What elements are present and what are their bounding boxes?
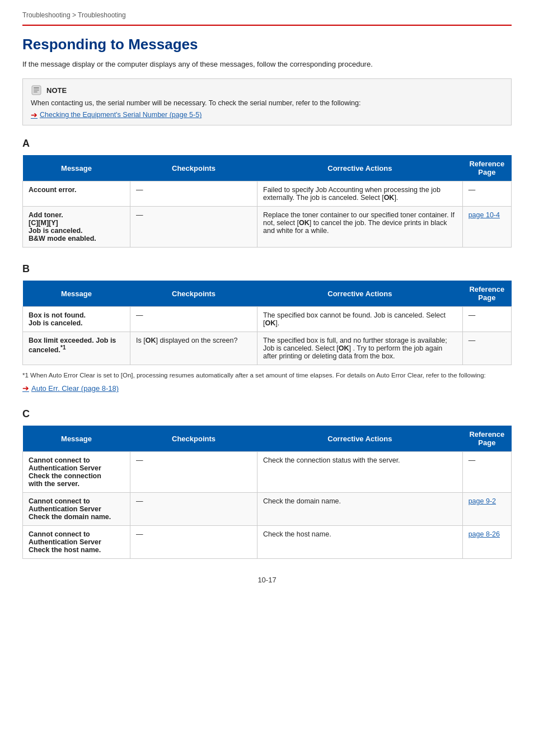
actions-cell: Check the domain name.: [257, 493, 463, 526]
table-row: Add toner.[C][M][Y]Job is canceled.B&W m…: [23, 207, 512, 248]
col-header-ref-c: Reference Page: [462, 426, 511, 452]
footnote-b: *1 When Auto Error Clear is set to [On],…: [22, 371, 512, 380]
svg-rect-2: [34, 90, 39, 91]
reference-cell[interactable]: page 8-26: [462, 526, 511, 559]
table-row: Cannot connect toAuthentication ServerCh…: [23, 526, 512, 559]
table-row: Cannot connect toAuthentication ServerCh…: [23, 452, 512, 493]
intro-text: If the message display or the computer d…: [22, 60, 512, 68]
col-header-actions-b: Corrective Actions: [257, 281, 463, 307]
section-b-letter: B: [22, 263, 512, 275]
message-cell: Add toner.[C][M][Y]Job is canceled.B&W m…: [23, 207, 130, 248]
message-cell: Cannot connect toAuthentication ServerCh…: [23, 452, 130, 493]
ref-link[interactable]: page 10-4: [469, 211, 500, 219]
checkpoints-cell: —: [130, 493, 257, 526]
note-icon: [31, 85, 42, 96]
note-box: NOTE When contacting us, the serial numb…: [22, 78, 512, 125]
page-number: 10-17: [22, 576, 512, 584]
section-b-table: Message Checkpoints Corrective Actions R…: [22, 281, 512, 365]
ref-link[interactable]: page 8-26: [469, 530, 500, 538]
col-header-ref-b: Reference Page: [462, 281, 511, 307]
table-row: Box is not found.Job is canceled. — The …: [23, 307, 512, 332]
section-c-table: Message Checkpoints Corrective Actions R…: [22, 426, 512, 559]
col-header-checkpoints-a: Checkpoints: [130, 155, 257, 181]
checkpoints-cell: —: [130, 452, 257, 493]
col-header-checkpoints-b: Checkpoints: [130, 281, 257, 307]
col-header-ref-a: Reference Page: [462, 155, 511, 181]
actions-cell: The specified box cannot be found. Job i…: [257, 307, 463, 332]
section-c-letter: C: [22, 408, 512, 420]
reference-cell[interactable]: page 9-2: [462, 493, 511, 526]
reference-cell[interactable]: page 10-4: [462, 207, 511, 248]
table-row: Cannot connect toAuthentication ServerCh…: [23, 493, 512, 526]
section-b: B Message Checkpoints Corrective Actions…: [22, 263, 512, 393]
col-header-checkpoints-c: Checkpoints: [130, 426, 257, 452]
note-label: NOTE: [46, 86, 67, 95]
reference-cell: —: [462, 307, 511, 332]
col-header-message-a: Message: [23, 155, 130, 181]
actions-cell: Check the host name.: [257, 526, 463, 559]
footnote-link-b[interactable]: ➔ Auto Err. Clear (page 8-18): [22, 384, 512, 393]
checkpoints-cell: Is [OK] displayed on the screen?: [130, 332, 257, 365]
actions-cell: Failed to specify Job Accounting when pr…: [257, 181, 463, 207]
message-cell: Cannot connect toAuthentication ServerCh…: [23, 493, 130, 526]
checkpoints-cell: —: [130, 307, 257, 332]
reference-cell: —: [462, 452, 511, 493]
actions-cell: The specified box is full, and no furthe…: [257, 332, 463, 365]
table-row: Account error. — Failed to specify Job A…: [23, 181, 512, 207]
message-cell: Box limit exceeded. Job is canceled.*1: [23, 332, 130, 365]
col-header-actions-a: Corrective Actions: [257, 155, 463, 181]
col-header-message-c: Message: [23, 426, 130, 452]
reference-cell: —: [462, 332, 511, 365]
col-header-actions-c: Corrective Actions: [257, 426, 463, 452]
checkpoints-cell: —: [130, 181, 257, 207]
checkpoints-cell: —: [130, 207, 257, 248]
breadcrumb: Troubleshooting > Troubleshooting: [22, 11, 512, 19]
section-a-letter: A: [22, 138, 512, 150]
actions-cell: Check the connection status with the ser…: [257, 452, 463, 493]
col-header-message-b: Message: [23, 281, 130, 307]
note-header: NOTE: [31, 85, 503, 96]
ref-link[interactable]: page 9-2: [469, 497, 496, 505]
message-cell: Box is not found.Job is canceled.: [23, 307, 130, 332]
svg-rect-1: [34, 87, 39, 88]
message-cell: Account error.: [23, 181, 130, 207]
section-c: C Message Checkpoints Corrective Actions…: [22, 408, 512, 559]
table-row: Box limit exceeded. Job is canceled.*1 I…: [23, 332, 512, 365]
arrow-icon: ➔: [31, 110, 38, 119]
actions-cell: Replace the toner container to our speci…: [257, 207, 463, 248]
note-link[interactable]: ➔ Checking the Equipment's Serial Number…: [31, 110, 503, 119]
message-cell: Cannot connect toAuthentication ServerCh…: [23, 526, 130, 559]
section-a: A Message Checkpoints Corrective Actions…: [22, 138, 512, 248]
checkpoints-cell: —: [130, 526, 257, 559]
arrow-icon-footnote: ➔: [22, 384, 29, 393]
note-text: When contacting us, the serial number wi…: [31, 99, 503, 107]
reference-cell: —: [462, 181, 511, 207]
top-divider: [22, 25, 512, 26]
svg-rect-3: [34, 92, 38, 93]
page-title: Responding to Messages: [22, 36, 512, 53]
section-a-table: Message Checkpoints Corrective Actions R…: [22, 155, 512, 248]
